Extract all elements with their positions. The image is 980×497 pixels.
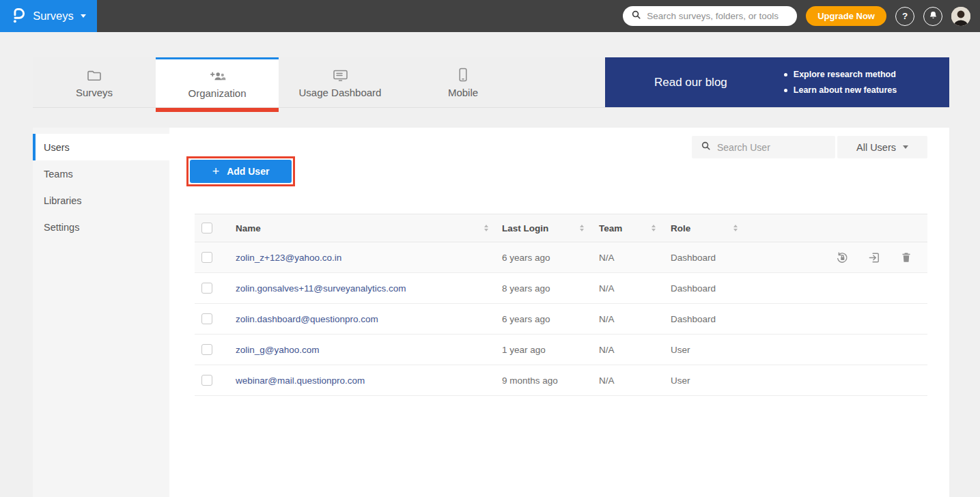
annotation-highlight-underline — [156, 108, 279, 112]
last-login-value: 9 months ago — [502, 375, 558, 386]
row-checkbox[interactable] — [201, 283, 212, 294]
row-checkbox[interactable] — [201, 344, 212, 355]
column-header-role[interactable]: Role — [662, 223, 744, 233]
tab-label: Mobile — [448, 87, 478, 98]
role-value: Dashboard — [671, 314, 716, 324]
search-icon — [631, 10, 641, 23]
add-user-label: Add User — [227, 166, 269, 177]
reset-password-icon[interactable] — [836, 251, 849, 264]
select-all-checkbox[interactable] — [201, 223, 212, 233]
content-panel: Users Teams Libraries Settings All Users… — [33, 128, 949, 497]
bullet-text: Learn about new features — [794, 85, 897, 95]
dashboard-icon — [333, 67, 348, 82]
banner-bullet[interactable]: Learn about new features — [784, 85, 897, 95]
row-checkbox[interactable] — [201, 313, 212, 324]
last-login-value: 1 year ago — [502, 345, 546, 355]
role-value: User — [671, 375, 690, 386]
sort-icon[interactable] — [484, 225, 488, 231]
role-value: Dashboard — [671, 253, 716, 263]
sidebar-item-libraries[interactable]: Libraries — [33, 187, 169, 214]
tab-surveys[interactable]: Surveys — [33, 57, 156, 107]
smartphone-icon — [458, 67, 468, 82]
product-name: Surveys — [33, 10, 74, 23]
row-checkbox[interactable] — [201, 252, 212, 263]
org-sidenav: Users Teams Libraries Settings — [33, 128, 169, 497]
last-login-value: 6 years ago — [502, 314, 550, 324]
folder-icon — [87, 67, 102, 82]
user-search-box[interactable] — [692, 136, 835, 158]
column-label: Team — [599, 223, 622, 233]
team-value: N/A — [599, 345, 615, 355]
column-header-last-login[interactable]: Last Login — [495, 223, 591, 233]
role-value: Dashboard — [671, 283, 716, 294]
topbar-actions: Upgrade Now ? — [623, 6, 980, 26]
chevron-down-icon — [81, 14, 86, 18]
user-email-link[interactable]: zolin.dashboard@questionpro.com — [236, 314, 378, 324]
team-value: N/A — [599, 253, 615, 263]
user-avatar[interactable] — [951, 7, 970, 26]
table-row[interactable]: zolin.gonsalves+11@surveyanalytics.com 8… — [195, 273, 927, 304]
add-user-button[interactable]: + Add User — [190, 160, 292, 183]
header-checkbox-cell — [195, 223, 225, 233]
tab-label: Usage Dashboard — [299, 87, 382, 98]
users-main-area: All Users + Add User Name Last L — [169, 128, 949, 497]
bullet-dot-icon — [784, 73, 787, 76]
tab-mobile[interactable]: Mobile — [402, 57, 524, 107]
search-icon — [701, 141, 711, 154]
sort-icon[interactable] — [580, 225, 584, 231]
team-value: N/A — [599, 314, 615, 324]
column-label: Name — [236, 223, 261, 233]
bullet-text: Explore research method — [794, 70, 896, 79]
add-people-icon — [208, 68, 227, 83]
banner-bullet[interactable]: Explore research method — [784, 70, 897, 79]
tab-label: Organization — [188, 87, 246, 99]
login-as-user-icon[interactable] — [868, 251, 881, 264]
topbar: Surveys Upgrade Now ? — [0, 0, 980, 32]
column-header-name[interactable]: Name — [225, 223, 495, 233]
tab-organization[interactable]: Organization — [156, 57, 279, 107]
product-switcher[interactable]: Surveys — [0, 0, 97, 32]
table-row[interactable]: webinar@mail.questionpro.com 9 months ag… — [195, 365, 927, 396]
tab-label: Surveys — [76, 87, 113, 98]
last-login-value: 8 years ago — [502, 283, 550, 294]
user-email-link[interactable]: webinar@mail.questionpro.com — [236, 375, 365, 386]
notifications-button[interactable] — [923, 7, 942, 26]
global-search[interactable] — [623, 6, 797, 26]
table-row[interactable]: zolin.dashboard@questionpro.com 6 years … — [195, 304, 927, 335]
sort-icon[interactable] — [733, 225, 738, 231]
help-button[interactable]: ? — [895, 7, 914, 26]
user-search-input[interactable] — [717, 142, 841, 153]
delete-user-icon[interactable] — [900, 251, 912, 264]
upgrade-now-button[interactable]: Upgrade Now — [806, 6, 886, 26]
user-email-link[interactable]: zolin_g@yahoo.com — [236, 345, 320, 355]
user-search-filter-group: All Users — [692, 136, 927, 158]
plus-icon: + — [212, 165, 220, 178]
column-label: Role — [671, 223, 690, 233]
bullet-dot-icon — [784, 89, 787, 92]
chevron-down-icon — [903, 145, 908, 149]
table-row[interactable]: zolin_g@yahoo.com 1 year ago N/A User — [195, 335, 927, 365]
user-email-link[interactable]: zolin.gonsalves+11@surveyanalytics.com — [236, 283, 406, 294]
table-header-row: Name Last Login Team Role — [195, 214, 927, 242]
annotation-highlight-box: + Add User — [186, 156, 295, 186]
row-checkbox[interactable] — [201, 375, 212, 386]
column-header-team[interactable]: Team — [591, 223, 662, 233]
blog-banner[interactable]: Read our blog Explore research method Le… — [605, 57, 949, 107]
sidebar-item-users[interactable]: Users — [33, 134, 169, 160]
global-search-input[interactable] — [647, 11, 789, 21]
tab-usage-dashboard[interactable]: Usage Dashboard — [279, 57, 402, 107]
table-row[interactable]: zolin_z+123@yahoo.co.in 6 years ago N/A … — [195, 242, 927, 273]
user-filter-dropdown[interactable]: All Users — [837, 136, 927, 158]
sidebar-item-teams[interactable]: Teams — [33, 160, 169, 187]
filter-selected-value: All Users — [856, 142, 896, 153]
sort-icon[interactable] — [652, 225, 656, 231]
bell-icon — [928, 10, 938, 23]
sidebar-item-settings[interactable]: Settings — [33, 214, 169, 240]
column-label: Last Login — [502, 223, 548, 233]
questionpro-logo-icon — [11, 6, 26, 27]
user-email-link[interactable]: zolin_z+123@yahoo.co.in — [236, 253, 341, 263]
role-value: User — [671, 345, 690, 355]
users-table: Name Last Login Team Role — [195, 214, 927, 396]
team-value: N/A — [599, 283, 615, 294]
module-tabbar: Surveys Organization Usage Dashboard — [33, 57, 949, 107]
